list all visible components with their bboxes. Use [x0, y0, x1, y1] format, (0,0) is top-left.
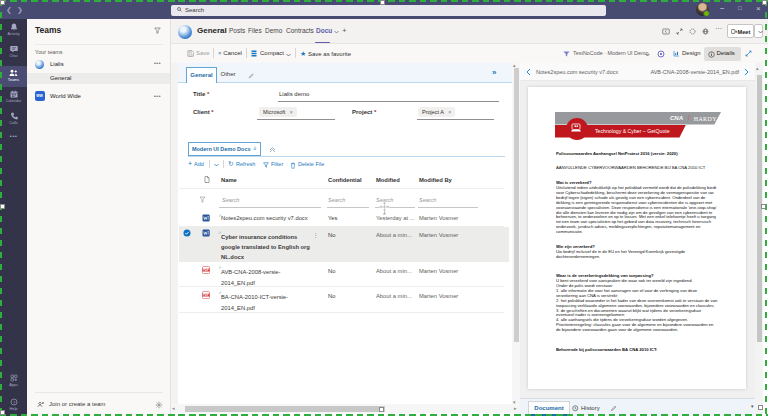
svg-text:PDF: PDF	[203, 293, 209, 297]
svg-text:PDF: PDF	[203, 268, 209, 272]
svg-text:?: ?	[12, 400, 15, 405]
